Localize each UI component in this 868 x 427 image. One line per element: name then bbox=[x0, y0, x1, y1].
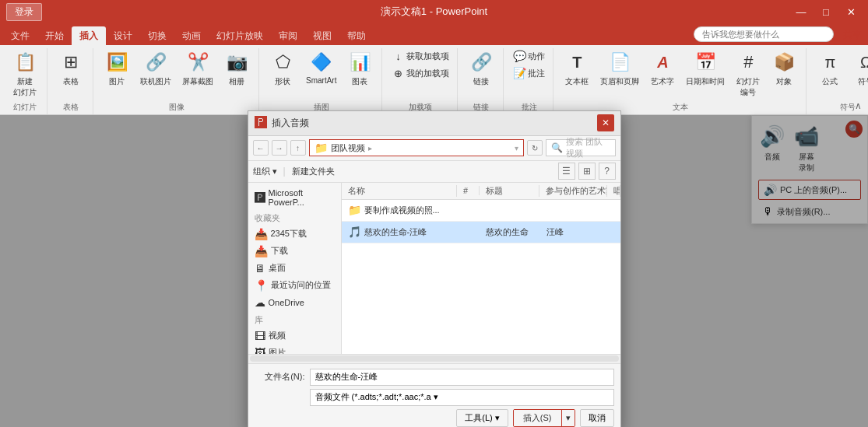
download1-icon: 📥 bbox=[255, 228, 268, 240]
window-close-button[interactable]: ✕ bbox=[840, 3, 862, 20]
main-area: 🔍 🔊 音频 📹 屏幕 录制 🔊 PC 上的音频(P)... 🎙 bbox=[0, 115, 868, 427]
tab-start[interactable]: 开始 bbox=[37, 26, 72, 45]
header-footer-button[interactable]: 📄 页眉和页脚 bbox=[596, 48, 644, 89]
table-icon: ⊞ bbox=[58, 50, 83, 75]
desktop-icon: 🖥 bbox=[255, 262, 265, 275]
sidebar-item-pictures[interactable]: 🖼 图片 bbox=[248, 345, 341, 354]
sidebar-item-onedrive[interactable]: ☁ OneDrive bbox=[248, 294, 341, 311]
online-image-icon: 🔗 bbox=[143, 50, 168, 75]
my-addins-icon: ⊕ bbox=[392, 67, 404, 79]
dialog-hscrollbar[interactable] bbox=[248, 354, 620, 363]
new-slide-button[interactable]: 📋 新建 幻灯片 bbox=[8, 48, 42, 100]
dialog-back-button[interactable]: ← bbox=[253, 140, 269, 156]
filetype-dropdown[interactable]: 音频文件 (*.adts;*.adt;*.aac;*.a ▾ bbox=[310, 389, 614, 406]
action-button[interactable]: 💬 动作 bbox=[510, 48, 548, 64]
maximize-button[interactable]: □ bbox=[815, 3, 837, 20]
tab-design[interactable]: 设计 bbox=[106, 26, 140, 45]
recent-icon: 📍 bbox=[255, 279, 268, 292]
wordart-button[interactable]: A 艺术字 bbox=[645, 48, 680, 89]
file-row-audio[interactable]: 🎵 慈欢的生命-汪峰 慈欢的生命 汪峰 bbox=[342, 222, 620, 243]
header-footer-icon: 📄 bbox=[607, 50, 632, 75]
dialog-titlebar: 🅿 插入音频 ✕ bbox=[248, 111, 620, 136]
download2-icon: 📥 bbox=[255, 245, 268, 257]
dialog-forward-button[interactable]: → bbox=[272, 140, 287, 156]
sidebar-item-desktop[interactable]: 🖥 桌面 bbox=[248, 260, 341, 277]
tab-file[interactable]: 文件 bbox=[3, 26, 37, 45]
dialog-toolbar: 组织 ▾ | 新建文件夹 ☰ ⊞ ? bbox=[248, 161, 620, 183]
image-button[interactable]: 🖼️ 图片 bbox=[100, 48, 134, 89]
organize-button[interactable]: 组织 ▾ bbox=[253, 166, 277, 177]
login-button[interactable]: 登录 bbox=[6, 3, 42, 21]
object-button[interactable]: 📦 对象 bbox=[767, 48, 801, 89]
my-addins-button[interactable]: ⊕ 我的加载项 bbox=[388, 65, 452, 81]
tab-animation[interactable]: 动画 bbox=[174, 26, 209, 45]
dialog-help-button[interactable]: ? bbox=[599, 163, 616, 180]
symbol-button[interactable]: Ω 符号 bbox=[849, 48, 868, 89]
textbox-button[interactable]: T 文本框 bbox=[560, 48, 594, 89]
album-button[interactable]: 📷 相册 bbox=[220, 48, 254, 89]
table-button[interactable]: ⊞ 表格 bbox=[54, 48, 88, 89]
sidebar-item-powerpoint[interactable]: 🅿 Microsoft PowerP... bbox=[248, 186, 341, 209]
ribbon-group-links: 🔗 链接 链接 bbox=[459, 48, 504, 114]
dialog-search-box[interactable]: 🔍 搜索 团队视频 bbox=[546, 139, 616, 156]
online-image-button[interactable]: 🔗 联机图片 bbox=[135, 48, 176, 89]
ribbon-search-input[interactable] bbox=[694, 26, 834, 42]
col-album: 唱片... bbox=[607, 185, 620, 197]
chart-icon: 📊 bbox=[347, 50, 372, 75]
sidebar-item-video[interactable]: 🎞 视频 bbox=[248, 327, 341, 345]
sidebar-item-2345download[interactable]: 📥 2345下载 bbox=[248, 226, 341, 243]
shape-button[interactable]: ⬠ 形状 bbox=[265, 48, 300, 89]
link-button[interactable]: 🔗 链接 bbox=[464, 48, 498, 89]
ribbon-group-table: ⊞ 表格 表格 bbox=[49, 48, 93, 114]
share-button[interactable]: 共享 bbox=[843, 29, 862, 42]
new-folder-button[interactable]: 新建文件夹 bbox=[292, 166, 335, 177]
pictures-icon: 🖼 bbox=[255, 347, 265, 354]
comment-button[interactable]: 📝 批注 bbox=[510, 65, 548, 81]
dialog-refresh-button[interactable]: ↻ bbox=[527, 140, 543, 156]
equation-button[interactable]: π 公式 bbox=[813, 48, 847, 89]
datetime-button[interactable]: 📅 日期和时间 bbox=[681, 48, 729, 89]
dialog-up-button[interactable]: ↑ bbox=[290, 140, 306, 156]
ribbon-collapse-button[interactable]: ∧ bbox=[855, 100, 862, 111]
view-grid-button[interactable]: ⊞ bbox=[578, 163, 596, 180]
link-icon: 🔗 bbox=[469, 50, 494, 75]
col-num: # bbox=[457, 186, 480, 195]
tab-help[interactable]: 帮助 bbox=[339, 26, 374, 45]
modal-overlay: 🅿 插入音频 ✕ ← → ↑ 📁 团队视频 ▸ ▾ ↻ � bbox=[0, 115, 868, 427]
tab-transition[interactable]: 切换 bbox=[140, 26, 174, 45]
view-list-button[interactable]: ☰ bbox=[558, 163, 575, 180]
dialog-addressbar: ← → ↑ 📁 团队视频 ▸ ▾ ↻ 🔍 搜索 团队视频 bbox=[248, 136, 620, 161]
slidenumber-button[interactable]: # 幻灯片 编号 bbox=[731, 48, 765, 100]
filelist-header: 名称 # 标题 参与创作的艺术家 唱片... bbox=[342, 183, 620, 200]
sidebar-item-download[interactable]: 📥 下载 bbox=[248, 243, 341, 260]
dialog-title: 插入音频 bbox=[272, 117, 309, 130]
cancel-button[interactable]: 取消 bbox=[580, 409, 614, 427]
tools-button[interactable]: 工具(L) ▾ bbox=[456, 409, 508, 427]
insert-button[interactable]: 插入(S) bbox=[514, 410, 562, 426]
insert-audio-dialog: 🅿 插入音频 ✕ ← → ↑ 📁 团队视频 ▸ ▾ ↻ � bbox=[248, 110, 621, 428]
get-addins-button[interactable]: ↓ 获取加载项 bbox=[388, 48, 452, 64]
action-icon: 💬 bbox=[513, 50, 525, 62]
video-lib-icon: 🎞 bbox=[255, 330, 265, 342]
comment-icon: 📝 bbox=[513, 67, 525, 79]
image-icon: 🖼️ bbox=[104, 50, 129, 75]
chart-button[interactable]: 📊 图表 bbox=[343, 48, 377, 89]
file-row-folder[interactable]: 📁 要制作成视频的照... bbox=[342, 200, 620, 222]
tab-review[interactable]: 审阅 bbox=[271, 26, 305, 45]
screenshot-button[interactable]: ✂️ 屏幕截图 bbox=[177, 48, 218, 89]
action-row: 工具(L) ▾ 插入(S) ▾ 取消 bbox=[255, 409, 614, 427]
search-icon: 🔍 bbox=[551, 142, 563, 153]
tab-slideshow[interactable]: 幻灯片放映 bbox=[209, 26, 271, 45]
sidebar-item-recent[interactable]: 📍 最近访问的位置 bbox=[248, 277, 341, 294]
title-bar: 登录 演示文稿1 - PowerPoint — □ ✕ bbox=[0, 0, 868, 23]
insert-dropdown-button[interactable]: ▾ bbox=[562, 410, 575, 426]
smartart-button[interactable]: 🔷 SmartArt bbox=[301, 48, 341, 86]
minimize-button[interactable]: — bbox=[790, 3, 812, 20]
onedrive-icon: ☁ bbox=[255, 296, 265, 309]
ribbon-group-slides-label: 幻灯片 bbox=[13, 102, 37, 114]
filename-input[interactable] bbox=[310, 369, 614, 386]
tab-insert[interactable]: 插入 bbox=[72, 26, 106, 45]
powerpoint-icon: 🅿 bbox=[255, 191, 265, 204]
tab-view[interactable]: 视图 bbox=[305, 26, 339, 45]
dialog-close-button[interactable]: ✕ bbox=[597, 114, 614, 131]
